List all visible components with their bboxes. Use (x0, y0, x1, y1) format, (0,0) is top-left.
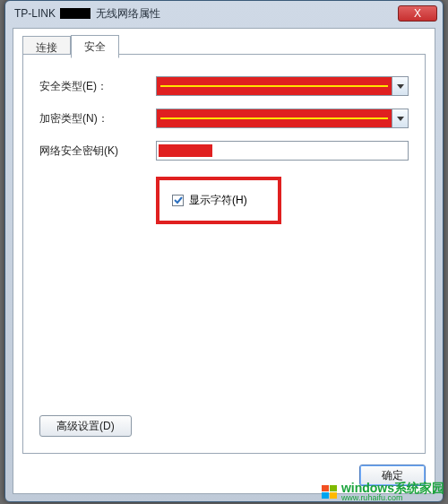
tab-connect-label: 连接 (36, 41, 57, 54)
security-panel: 安全类型(E)： 加密类型(N)： 网络安全密钥(K (22, 54, 426, 454)
client-area: 连接 安全 安全类型(E)： 加密类型(N)： (13, 28, 435, 494)
chevron-down-icon (397, 117, 404, 121)
window-title: TP-LINK 无线网络属性 (14, 6, 398, 22)
row-security-type: 安全类型(E)： (39, 76, 409, 96)
dialog-window: TP-LINK 无线网络属性 X 连接 安全 安全类型(E)： (4, 0, 444, 502)
security-type-combo[interactable] (156, 76, 409, 96)
row-encryption-type: 加密类型(N)： (39, 109, 409, 128)
row-network-key: 网络安全密钥(K) (39, 141, 409, 161)
show-characters-highlight: 显示字符(H) (156, 177, 281, 224)
close-button[interactable]: X (398, 5, 437, 22)
dialog-footer: 确定 (359, 465, 426, 486)
ok-button[interactable]: 确定 (359, 465, 426, 486)
ok-button-label: 确定 (382, 469, 403, 482)
title-suffix: 无线网络属性 (96, 7, 160, 20)
encryption-type-combo[interactable] (156, 109, 409, 128)
security-type-label: 安全类型(E)： (39, 79, 156, 94)
ssid-redacted (60, 8, 90, 19)
show-characters-checkbox[interactable] (172, 195, 184, 206)
title-prefix: TP-LINK (14, 7, 56, 20)
tab-security-label: 安全 (84, 40, 106, 53)
encryption-type-value-redacted (157, 109, 392, 127)
advanced-settings-button[interactable]: 高级设置(D) (39, 415, 132, 437)
advanced-settings-label: 高级设置(D) (56, 420, 115, 432)
security-type-dropdown-arrow[interactable] (392, 77, 408, 95)
encryption-type-dropdown-arrow[interactable] (392, 109, 408, 127)
encryption-type-label: 加密类型(N)： (39, 111, 156, 126)
security-type-value-redacted (157, 77, 392, 95)
show-characters-label: 显示字符(H) (189, 193, 247, 208)
network-key-input[interactable] (156, 141, 409, 161)
tab-security[interactable]: 安全 (71, 35, 119, 58)
close-icon: X (414, 7, 421, 20)
titlebar[interactable]: TP-LINK 无线网络属性 X (5, 1, 443, 26)
network-key-value-redacted (159, 144, 212, 157)
chevron-down-icon (397, 84, 404, 89)
check-icon (174, 196, 183, 204)
network-key-label: 网络安全密钥(K) (39, 143, 156, 159)
